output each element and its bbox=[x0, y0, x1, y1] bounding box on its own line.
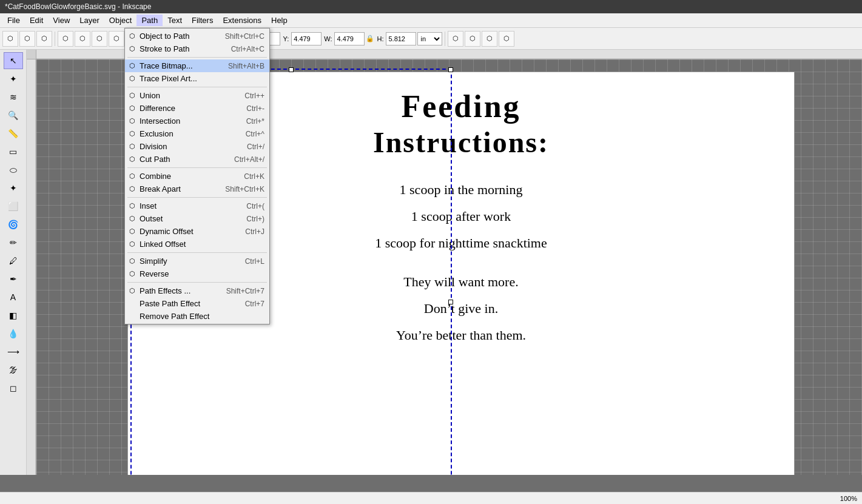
cut-path-label: Cut Path bbox=[140, 155, 170, 164]
combine-shortcut: Ctrl+K bbox=[244, 172, 264, 181]
toolbar-btn4[interactable]: ⬡ bbox=[109, 31, 124, 47]
menu-trace-pixel-art[interactable]: ⬡ Trace Pixel Art... bbox=[125, 72, 269, 85]
tool-text[interactable]: A bbox=[4, 289, 23, 306]
tool-3d[interactable]: ⬜ bbox=[4, 198, 23, 215]
menu-path-effects[interactable]: ⬡ Path Effects ... Shift+Ctrl+7 bbox=[125, 284, 269, 297]
difference-icon: ⬡ bbox=[127, 104, 137, 113]
menu-object-to-path[interactable]: ⬡ Object to Path Shift+Ctrl+C bbox=[125, 30, 269, 42]
tool-dropper[interactable]: 💧 bbox=[4, 325, 23, 342]
divider3 bbox=[127, 167, 267, 168]
tool-node[interactable]: ✦ bbox=[4, 70, 23, 87]
menu-path[interactable]: Path bbox=[136, 15, 163, 26]
tool-spiral[interactable]: 🌀 bbox=[4, 216, 23, 233]
menu-file[interactable]: File bbox=[2, 15, 25, 26]
division-shortcut: Ctrl+/ bbox=[247, 143, 264, 151]
tool-gradient[interactable]: ◧ bbox=[4, 307, 23, 324]
exclusion-shortcut: Ctrl+^ bbox=[246, 130, 264, 138]
object-to-path-label: Object to Path bbox=[140, 32, 189, 41]
tool-star[interactable]: ✦ bbox=[4, 180, 23, 197]
break-apart-icon: ⬡ bbox=[127, 184, 137, 194]
ruler-left bbox=[27, 50, 36, 475]
tool-tweak[interactable]: ≋ bbox=[4, 89, 23, 106]
h-label: H: bbox=[377, 35, 383, 42]
tool-pen[interactable]: 🖊 bbox=[4, 252, 23, 269]
toolbar-align4[interactable]: ⬡ bbox=[499, 31, 514, 47]
y-input[interactable] bbox=[291, 32, 322, 45]
menu-trace-bitmap[interactable]: ⬡ Trace Bitmap... Shift+Alt+B bbox=[125, 59, 269, 72]
menu-exclusion[interactable]: ⬡ Exclusion Ctrl+^ bbox=[125, 127, 269, 140]
path-dropdown-menu: ⬡ Object to Path Shift+Ctrl+C ⬡ Stroke t… bbox=[124, 28, 270, 324]
tool-spray[interactable]: 🌫 bbox=[4, 361, 23, 378]
w-input[interactable] bbox=[334, 32, 365, 45]
menu-text[interactable]: Text bbox=[163, 15, 187, 26]
menu-layer[interactable]: Layer bbox=[75, 15, 104, 26]
toolbar-open[interactable]: ⬡ bbox=[19, 31, 35, 47]
tool-calligraphy[interactable]: ✒ bbox=[4, 270, 23, 287]
exclusion-label: Exclusion bbox=[140, 129, 173, 138]
menu-linked-offset[interactable]: ⬡ Linked Offset bbox=[125, 238, 269, 250]
lock-icon[interactable]: 🔒 bbox=[366, 35, 374, 42]
reverse-label: Reverse bbox=[140, 269, 169, 278]
toolbar-btn1[interactable]: ⬡ bbox=[58, 31, 73, 47]
tool-circle[interactable]: ⬭ bbox=[4, 161, 23, 178]
menu-filters[interactable]: Filters bbox=[187, 15, 218, 26]
menu-extensions[interactable]: Extensions bbox=[218, 15, 266, 26]
menu-dynamic-offset[interactable]: ⬡ Dynamic Offset Ctrl+J bbox=[125, 225, 269, 238]
division-label: Division bbox=[140, 142, 167, 151]
menu-combine[interactable]: ⬡ Combine Ctrl+K bbox=[125, 170, 269, 183]
menu-help[interactable]: Help bbox=[266, 15, 292, 26]
remove-path-effect-label: Remove Path Effect bbox=[140, 312, 209, 321]
dynamic-offset-label: Dynamic Offset bbox=[140, 227, 194, 236]
break-apart-shortcut: Shift+Ctrl+K bbox=[225, 185, 264, 193]
menu-reverse[interactable]: ⬡ Reverse bbox=[125, 267, 269, 280]
path-effects-shortcut: Shift+Ctrl+7 bbox=[226, 287, 264, 295]
division-icon: ⬡ bbox=[127, 142, 137, 152]
menu-view[interactable]: View bbox=[48, 15, 75, 26]
menu-object[interactable]: Object bbox=[104, 15, 137, 26]
tool-rect[interactable]: ▭ bbox=[4, 143, 23, 160]
toolbar-btn2[interactable]: ⬡ bbox=[75, 31, 90, 47]
union-label: Union bbox=[140, 91, 160, 100]
menu-break-apart[interactable]: ⬡ Break Apart Shift+Ctrl+K bbox=[125, 183, 269, 195]
menu-union[interactable]: ⬡ Union Ctrl++ bbox=[125, 89, 269, 102]
menu-stroke-to-path[interactable]: ⬡ Stroke to Path Ctrl+Alt+C bbox=[125, 42, 269, 55]
intersection-icon: ⬡ bbox=[127, 116, 137, 126]
menu-difference[interactable]: ⬡ Difference Ctrl+- bbox=[125, 102, 269, 115]
tool-connector[interactable]: ⟶ bbox=[4, 343, 23, 360]
y-label: Y: bbox=[283, 35, 289, 42]
menu-remove-path-effect[interactable]: Remove Path Effect bbox=[125, 310, 269, 323]
tool-zoom[interactable]: 🔍 bbox=[4, 107, 23, 124]
cut-path-shortcut: Ctrl+Alt+/ bbox=[234, 155, 264, 164]
toolbar-align3[interactable]: ⬡ bbox=[482, 31, 497, 47]
tool-select[interactable]: ↖ bbox=[4, 52, 23, 69]
toolbar-save[interactable]: ⬡ bbox=[36, 31, 52, 47]
unit-select[interactable]: in mm px cm bbox=[417, 32, 442, 45]
remove-path-effect-icon bbox=[127, 312, 137, 321]
toolbar-align2[interactable]: ⬡ bbox=[465, 31, 480, 47]
union-icon: ⬡ bbox=[127, 91, 137, 101]
toolbar-align1[interactable]: ⬡ bbox=[448, 31, 463, 47]
menu-division[interactable]: ⬡ Division Ctrl+/ bbox=[125, 140, 269, 153]
menu-outset[interactable]: ⬡ Outset Ctrl+) bbox=[125, 212, 269, 225]
inset-icon: ⬡ bbox=[127, 201, 137, 211]
menu-cut-path[interactable]: ⬡ Cut Path Ctrl+Alt+/ bbox=[125, 153, 269, 166]
paste-path-effect-label: Paste Path Effect bbox=[140, 299, 200, 308]
path-effects-label: Path Effects ... bbox=[140, 286, 190, 295]
trace-bitmap-shortcut: Shift+Alt+B bbox=[228, 62, 264, 70]
stroke-to-path-icon: ⬡ bbox=[127, 44, 137, 54]
tool-eraser[interactable]: ◻ bbox=[4, 380, 23, 397]
menu-edit[interactable]: Edit bbox=[25, 15, 48, 26]
divider6 bbox=[127, 282, 267, 283]
break-apart-label: Break Apart bbox=[140, 184, 181, 193]
menu-inset[interactable]: ⬡ Inset Ctrl+( bbox=[125, 200, 269, 212]
stroke-to-path-shortcut: Ctrl+Alt+C bbox=[231, 45, 264, 53]
toolbar-btn3[interactable]: ⬡ bbox=[92, 31, 107, 47]
menu-paste-path-effect[interactable]: Paste Path Effect Ctrl+7 bbox=[125, 297, 269, 310]
tool-measure[interactable]: 📏 bbox=[4, 125, 23, 142]
toolbar-new[interactable]: ⬡ bbox=[2, 31, 18, 47]
h-input[interactable] bbox=[386, 32, 416, 45]
menu-simplify[interactable]: ⬡ Simplify Ctrl+L bbox=[125, 255, 269, 267]
tool-pencil[interactable]: ✏ bbox=[4, 234, 23, 251]
menu-intersection[interactable]: ⬡ Intersection Ctrl+* bbox=[125, 115, 269, 127]
divider1 bbox=[127, 57, 267, 58]
